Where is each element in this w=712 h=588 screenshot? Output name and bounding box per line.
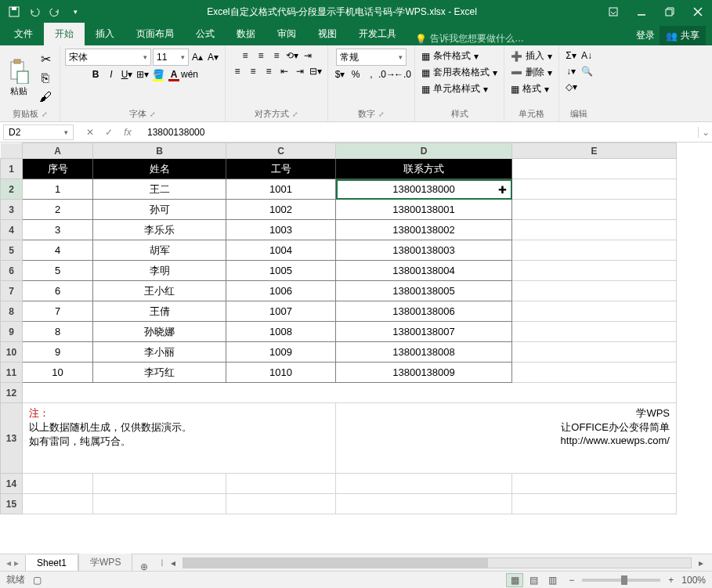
- cell[interactable]: [512, 179, 677, 200]
- normal-view-icon[interactable]: ▦: [506, 573, 523, 587]
- align-bottom-icon[interactable]: ≡: [269, 49, 284, 63]
- cell[interactable]: 1003: [226, 220, 336, 240]
- number-launcher-icon[interactable]: ⤢: [378, 110, 385, 118]
- cell[interactable]: 6: [23, 281, 93, 301]
- row-header-15[interactable]: 15: [1, 494, 23, 514]
- increase-indent-icon[interactable]: ⇥: [293, 64, 307, 78]
- note-cell[interactable]: 注：以上数据随机生成，仅供数据演示。如有雷同，纯属巧合。: [23, 403, 336, 474]
- align-middle-icon[interactable]: ≡: [254, 49, 268, 63]
- sheet-next-icon[interactable]: ▸: [14, 557, 19, 568]
- delete-cells-button[interactable]: ➖删除 ▾: [509, 65, 554, 80]
- format-painter-icon[interactable]: 🖌: [36, 88, 55, 106]
- tab-layout[interactable]: 页面布局: [125, 23, 185, 45]
- currency-icon[interactable]: $▾: [333, 67, 347, 81]
- tab-developer[interactable]: 开发工具: [348, 23, 407, 45]
- cell[interactable]: 8: [23, 322, 93, 342]
- cell[interactable]: 1010: [226, 363, 336, 383]
- cell[interactable]: [512, 474, 677, 494]
- table-header[interactable]: 联系方式: [336, 159, 512, 179]
- scroll-left-icon[interactable]: ◂: [167, 557, 179, 568]
- row-header-13[interactable]: 13: [1, 403, 23, 474]
- cell[interactable]: 李巧红: [93, 363, 226, 383]
- fill-color-icon[interactable]: 🪣: [151, 67, 165, 81]
- row-header-8[interactable]: 8: [1, 301, 23, 322]
- cell[interactable]: [23, 474, 93, 494]
- cell[interactable]: 5: [23, 261, 93, 281]
- cell[interactable]: 10: [23, 363, 93, 383]
- cell[interactable]: 孙晓娜: [93, 322, 226, 342]
- cell[interactable]: 3: [23, 220, 93, 240]
- note-cell-right[interactable]: 学WPS让OFFICE办公变得简单http://www.xuewps.com/: [336, 403, 677, 474]
- cell[interactable]: [226, 474, 336, 494]
- format-as-table-button[interactable]: ▦套用表格格式 ▾: [420, 65, 499, 80]
- font-color-icon[interactable]: A: [167, 67, 181, 81]
- zoom-in-icon[interactable]: +: [668, 575, 674, 586]
- row-header-11[interactable]: 11: [1, 363, 23, 383]
- cell[interactable]: [512, 281, 677, 301]
- cell[interactable]: 1009: [226, 342, 336, 363]
- cell[interactable]: [512, 220, 677, 240]
- page-layout-view-icon[interactable]: ▤: [525, 573, 542, 587]
- font-launcher-icon[interactable]: ⤢: [150, 110, 156, 118]
- cell[interactable]: [336, 494, 512, 514]
- cell[interactable]: [226, 494, 336, 514]
- tab-insert[interactable]: 插入: [85, 23, 125, 45]
- increase-decimal-icon[interactable]: .0→: [380, 67, 394, 81]
- align-right-icon[interactable]: ≡: [262, 64, 276, 78]
- tell-me[interactable]: 💡 告诉我您想要做什么…: [407, 32, 636, 45]
- cell[interactable]: 1001: [226, 179, 336, 200]
- zoom-out-icon[interactable]: −: [569, 575, 574, 586]
- sheet-tab-1[interactable]: Sheet1: [25, 555, 78, 572]
- cell[interactable]: [512, 159, 677, 179]
- insert-cells-button[interactable]: ➕插入 ▾: [509, 49, 554, 63]
- save-icon[interactable]: [5, 2, 23, 21]
- wrap-text-icon[interactable]: ⇥: [301, 49, 315, 63]
- login-link[interactable]: 登录: [636, 29, 655, 42]
- cell[interactable]: 13800138008: [336, 342, 512, 363]
- font-size-combo[interactable]: 11▾: [153, 49, 189, 66]
- col-header-A[interactable]: A: [23, 143, 93, 159]
- cell[interactable]: 孙可: [93, 200, 226, 220]
- autosum-icon[interactable]: Σ▾: [564, 49, 578, 63]
- cell-styles-button[interactable]: ▦单元格样式 ▾: [420, 81, 490, 96]
- cell[interactable]: 13800138005: [336, 281, 512, 301]
- underline-icon[interactable]: U▾: [120, 67, 134, 81]
- tab-view[interactable]: 视图: [307, 23, 348, 45]
- cell[interactable]: 13800138004: [336, 261, 512, 281]
- cell[interactable]: [512, 200, 677, 220]
- cell[interactable]: 胡军: [93, 240, 226, 261]
- cell[interactable]: [23, 383, 677, 403]
- row-header-7[interactable]: 7: [1, 281, 23, 301]
- merge-icon[interactable]: ⊟▾: [309, 64, 323, 78]
- align-left-icon[interactable]: ≡: [230, 64, 244, 78]
- font-name-combo[interactable]: 宋体▾: [65, 49, 151, 66]
- cell[interactable]: [512, 240, 677, 261]
- cell[interactable]: 王小红: [93, 281, 226, 301]
- minimize-icon[interactable]: [627, 0, 656, 23]
- cell[interactable]: 4: [23, 240, 93, 261]
- italic-icon[interactable]: I: [104, 67, 118, 81]
- cell[interactable]: [512, 494, 677, 514]
- phonetic-icon[interactable]: wén: [183, 67, 197, 81]
- redo-icon[interactable]: [45, 2, 64, 21]
- cell[interactable]: [93, 474, 226, 494]
- cell[interactable]: [512, 301, 677, 322]
- select-all-corner[interactable]: [1, 143, 23, 159]
- tab-file[interactable]: 文件: [3, 23, 44, 45]
- cell[interactable]: [23, 494, 93, 514]
- tab-data[interactable]: 数据: [226, 23, 266, 45]
- cell[interactable]: [93, 494, 226, 514]
- paste-button[interactable]: 粘贴: [5, 56, 33, 100]
- percent-icon[interactable]: %: [349, 67, 363, 81]
- cell[interactable]: 1004: [226, 240, 336, 261]
- cell[interactable]: 李乐乐: [93, 220, 226, 240]
- decrease-font-icon[interactable]: A▾: [206, 50, 220, 64]
- fill-icon[interactable]: ↓▾: [564, 64, 578, 78]
- clear-icon[interactable]: ◇▾: [564, 80, 578, 94]
- conditional-format-button[interactable]: ▦条件格式 ▾: [420, 49, 480, 63]
- row-header-3[interactable]: 3: [1, 200, 23, 220]
- row-header-6[interactable]: 6: [1, 261, 23, 281]
- cell[interactable]: 1007: [226, 301, 336, 322]
- cell[interactable]: 13800138007: [336, 322, 512, 342]
- zoom-slider[interactable]: [582, 579, 660, 582]
